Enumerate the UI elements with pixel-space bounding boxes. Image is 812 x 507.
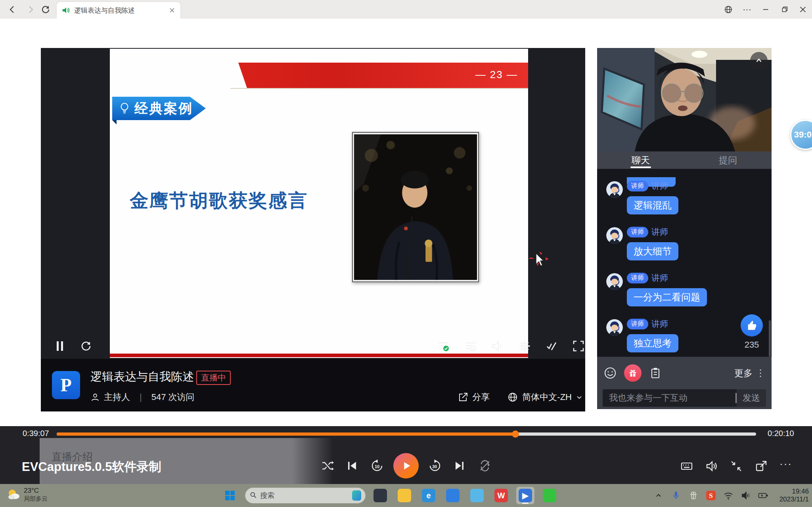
start-button[interactable]	[222, 488, 238, 503]
screen: 逻辑表达与自我陈述 ··· — 23 —	[0, 0, 812, 507]
forward-icon[interactable]	[25, 4, 36, 15]
browser-globe-icon[interactable]	[723, 4, 734, 15]
pop-out-icon[interactable]	[755, 459, 768, 473]
stream-title: 逻辑表达与自我陈述	[90, 369, 194, 385]
media-volume-icon[interactable]	[705, 459, 718, 473]
microphone-icon[interactable]	[671, 490, 681, 501]
play-button[interactable]	[393, 453, 419, 478]
like-count: 235	[740, 340, 764, 350]
live-badge: 直播中	[196, 371, 231, 385]
taskbar-app-photos[interactable]	[468, 487, 486, 504]
slide-bottom-stripe	[110, 354, 528, 357]
pause-icon[interactable]	[54, 340, 66, 352]
clock[interactable]: 19:46 2023/11/1	[779, 488, 809, 503]
back-icon[interactable]	[7, 4, 17, 15]
playback-controls: 10 30	[0, 426, 812, 484]
battery-icon[interactable]	[758, 490, 768, 501]
search-icon	[249, 491, 257, 500]
chat-panel[interactable]: 讲师 讲师 逻辑混乱	[597, 169, 772, 357]
tray-expand-icon[interactable]	[653, 490, 664, 501]
taskbar-app-file-explorer[interactable]	[395, 487, 414, 504]
player-info-bar: P 逻辑表达与自我陈述 直播中 主持人 | 547 次访问	[41, 359, 585, 411]
taskbar-app-wps[interactable]: W	[492, 487, 510, 504]
taskbar-search[interactable]	[245, 488, 366, 503]
slide-ribbon: 经典案例	[112, 97, 206, 120]
shuffle-icon[interactable]	[321, 459, 334, 473]
platform-logo: P	[52, 371, 80, 399]
chat-message: 讲师 讲师 一分为二看问题	[597, 272, 772, 308]
input-method-icon[interactable]	[688, 490, 699, 501]
tray-volume-icon[interactable]	[741, 490, 751, 501]
chat-scrollbar[interactable]	[769, 320, 771, 357]
wifi-icon[interactable]	[723, 490, 733, 501]
forward-number: 30	[432, 464, 437, 469]
window-restore-icon[interactable]	[779, 4, 790, 15]
collapse-webcam-button[interactable]	[750, 52, 768, 69]
webcam-scene	[597, 48, 772, 151]
more-button[interactable]: 更多 ⋮	[734, 367, 765, 379]
gift-button[interactable]	[624, 364, 642, 382]
next-icon[interactable]	[453, 459, 466, 473]
lecturer-badge: 讲师	[627, 181, 648, 191]
lightbulb-icon	[119, 102, 130, 115]
logo-letter: P	[60, 375, 71, 396]
window-minimize-icon[interactable]	[760, 4, 771, 15]
media-more-icon[interactable]: ···	[779, 458, 793, 471]
window-close-icon[interactable]	[797, 4, 808, 15]
taskbar-app-wechat[interactable]	[540, 487, 559, 504]
reload-stream-icon[interactable]	[80, 340, 92, 352]
chat-bubble: 一分为二看问题	[627, 288, 707, 306]
ribbon-fold	[112, 120, 117, 124]
avatar	[606, 181, 623, 198]
svg-text:S: S	[709, 492, 712, 499]
emoji-icon[interactable]	[603, 366, 617, 380]
mini-player-icon[interactable]	[730, 459, 743, 473]
clock-time: 19:46	[779, 488, 809, 496]
playlist-settings-icon[interactable]	[464, 340, 477, 352]
tab-chat[interactable]: 聊天	[597, 151, 684, 169]
mouse-cursor	[527, 251, 550, 268]
search-highlight-icon[interactable]	[352, 490, 361, 501]
volume-icon[interactable]	[491, 340, 504, 352]
taskbar-weather[interactable]: 23°C 局部多云	[6, 487, 48, 503]
send-button[interactable]: 发送	[737, 389, 766, 407]
tab-close-icon[interactable]	[169, 7, 176, 14]
ribbon-label: 经典案例	[134, 99, 193, 118]
browser-tab[interactable]: 逻辑表达与自我陈述	[57, 2, 180, 19]
sogou-icon[interactable]: S	[706, 490, 716, 501]
visit-count: 547 次访问	[151, 391, 195, 403]
system-tray: S 19:46 2023/11/1	[653, 484, 809, 507]
repeat-off-icon[interactable]	[478, 459, 492, 473]
lecturer-badge: 讲师	[627, 227, 648, 237]
chat-input[interactable]	[603, 393, 735, 403]
chevron-down-icon	[576, 394, 583, 401]
host-icon	[90, 392, 100, 402]
refresh-icon[interactable]	[40, 4, 51, 15]
share-label: 分享	[472, 391, 490, 403]
settings-gear-icon[interactable]	[518, 340, 531, 352]
line-quality-icon[interactable]	[545, 340, 558, 352]
notice-board-icon[interactable]	[649, 366, 662, 380]
previous-icon[interactable]	[345, 459, 359, 473]
search-input[interactable]	[260, 492, 352, 500]
browser-menu-icon[interactable]: ···	[741, 4, 753, 15]
share-button[interactable]: 分享	[458, 391, 490, 403]
meta-divider: |	[140, 392, 142, 402]
video-area[interactable]: — 23 — 经典案例 金鹰节胡歌获奖感言	[41, 48, 585, 359]
session-timer-badge[interactable]: 39:07	[790, 120, 812, 150]
language-selector[interactable]: 简体中文-ZH	[507, 391, 583, 403]
globe-icon	[507, 392, 518, 403]
taskbar-app-task-view[interactable]	[371, 487, 389, 504]
tab-qa[interactable]: 提问	[684, 151, 772, 169]
taskbar-app-store[interactable]	[444, 487, 462, 504]
fullscreen-icon[interactable]	[572, 340, 585, 352]
avatar	[606, 319, 623, 336]
weather-icon	[6, 488, 21, 502]
captions-keyboard-icon[interactable]	[680, 459, 693, 473]
taskbar-apps: e W ▶	[371, 487, 559, 504]
tab-audio-icon	[61, 6, 70, 15]
taskbar-app-media-player[interactable]: ▶	[516, 487, 534, 504]
playlist-check-icon[interactable]	[437, 340, 450, 352]
like-button[interactable]	[741, 314, 763, 337]
taskbar-app-edge[interactable]: e	[419, 487, 438, 504]
